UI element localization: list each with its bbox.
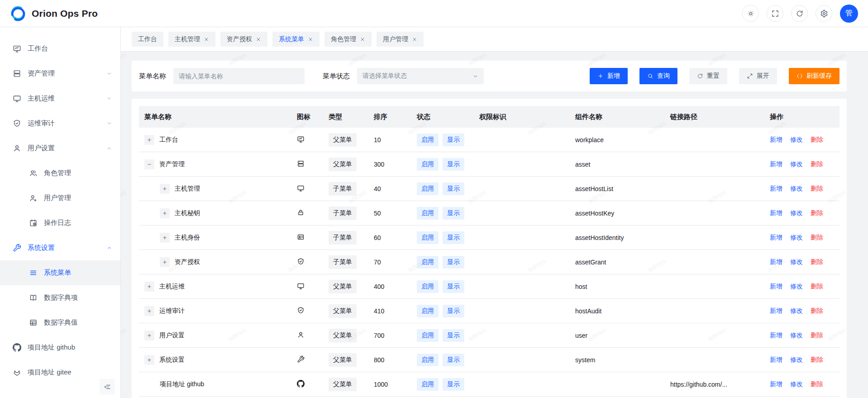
- row-expand-button[interactable]: [144, 355, 154, 365]
- sidebar-item[interactable]: 操作日志: [0, 211, 120, 235]
- row-delete-link[interactable]: 删除: [811, 283, 823, 291]
- sidebar-item[interactable]: 用户设置: [0, 136, 120, 161]
- menu-sort-cell: 410: [368, 307, 411, 315]
- status-badge: 启用: [417, 207, 439, 220]
- tab[interactable]: 角色管理: [324, 32, 372, 47]
- component-cell: assetHostKey: [570, 210, 665, 217]
- reset-button[interactable]: 重置: [689, 68, 727, 84]
- sidebar-collapse-button[interactable]: [100, 379, 115, 394]
- sidebar-item[interactable]: 数据字典值: [0, 310, 120, 335]
- tab[interactable]: 工作台: [132, 32, 163, 47]
- close-icon[interactable]: [412, 37, 417, 42]
- menu-sort-cell: 1000: [368, 381, 411, 388]
- row-add-link[interactable]: 新增: [770, 234, 782, 242]
- row-edit-link[interactable]: 修改: [790, 136, 803, 144]
- row-edit-link[interactable]: 修改: [790, 209, 803, 217]
- menu-name-input[interactable]: [173, 68, 305, 84]
- status-badge: 启用: [417, 329, 439, 342]
- menu-sort-cell: 60: [368, 234, 411, 241]
- menu-name: 资产管理: [159, 160, 185, 168]
- close-icon[interactable]: [204, 37, 209, 42]
- row-expand-button[interactable]: [144, 159, 154, 169]
- row-delete-link[interactable]: 删除: [811, 356, 823, 364]
- tab[interactable]: 资产授权: [220, 32, 267, 47]
- row-add-link[interactable]: 新增: [770, 380, 782, 388]
- row-add-link[interactable]: 新增: [770, 136, 782, 144]
- github-icon: [13, 343, 21, 352]
- row-delete-link[interactable]: 删除: [811, 380, 823, 388]
- row-delete-link[interactable]: 删除: [811, 258, 823, 266]
- row-add-link[interactable]: 新增: [770, 209, 782, 217]
- row-expand-button[interactable]: [160, 233, 170, 243]
- table-header: 菜单名称图标类型排序状态权限标识组件名称链接路径操作: [139, 106, 839, 128]
- row-add-link[interactable]: 新增: [770, 307, 782, 315]
- sidebar-item[interactable]: 角色管理: [0, 161, 120, 186]
- reload-button[interactable]: [791, 5, 808, 22]
- row-expand-button[interactable]: [160, 184, 170, 194]
- row-edit-link[interactable]: 修改: [790, 307, 803, 315]
- row-delete-link[interactable]: 删除: [811, 136, 823, 144]
- row-add-link[interactable]: 新增: [770, 160, 782, 168]
- theme-button[interactable]: [742, 5, 759, 22]
- row-delete-link[interactable]: 删除: [811, 185, 823, 193]
- row-delete-link[interactable]: 删除: [811, 209, 823, 217]
- sidebar-item[interactable]: 运维审计: [0, 111, 120, 136]
- close-icon[interactable]: [308, 37, 313, 42]
- row-add-link[interactable]: 新增: [770, 331, 782, 340]
- row-edit-link[interactable]: 修改: [790, 331, 803, 340]
- sidebar-item[interactable]: 数据字典项: [0, 285, 120, 310]
- row-add-link[interactable]: 新增: [770, 185, 782, 193]
- sidebar-item[interactable]: 主机运维: [0, 86, 120, 111]
- button-label: 新增: [607, 72, 620, 80]
- row-edit-link[interactable]: 修改: [790, 234, 803, 242]
- row-edit-link[interactable]: 修改: [790, 160, 803, 168]
- refresh-cache-button[interactable]: 刷新缓存: [789, 68, 839, 84]
- sidebar-item[interactable]: 项目地址 github: [0, 335, 120, 360]
- fullscreen-button[interactable]: [767, 5, 783, 22]
- tab-active[interactable]: 系统菜单: [272, 32, 320, 47]
- visible-badge: 显示: [443, 134, 464, 146]
- sidebar-item[interactable]: 工作台: [0, 36, 120, 61]
- row-expand-button[interactable]: [144, 282, 154, 292]
- row-add-link[interactable]: 新增: [770, 283, 782, 291]
- add-button[interactable]: 新增: [590, 68, 628, 84]
- row-edit-link[interactable]: 修改: [790, 185, 803, 193]
- row-expand-button[interactable]: [160, 257, 170, 267]
- sidebar-item[interactable]: 系统设置: [0, 235, 120, 260]
- row-edit-link[interactable]: 修改: [790, 380, 803, 388]
- row-expand-button[interactable]: [144, 331, 154, 340]
- row-edit-link[interactable]: 修改: [790, 258, 803, 266]
- close-icon[interactable]: [360, 37, 365, 42]
- host-ops-icon: [297, 184, 305, 192]
- row-expand-button[interactable]: [144, 306, 154, 316]
- menu-sort-cell: 800: [368, 356, 411, 364]
- row-expand-button[interactable]: [144, 135, 154, 145]
- menu-status-select[interactable]: 请选择菜单状态: [357, 68, 484, 84]
- query-button[interactable]: 查询: [639, 68, 677, 84]
- row-actions-cell: 新增修改删除: [764, 185, 839, 193]
- row-edit-link[interactable]: 修改: [790, 356, 803, 364]
- type-tag: 子菜单: [329, 206, 357, 220]
- tab[interactable]: 用户管理: [377, 32, 424, 47]
- row-add-link[interactable]: 新增: [770, 356, 782, 364]
- row-add-link[interactable]: 新增: [770, 258, 782, 266]
- close-icon[interactable]: [256, 37, 261, 42]
- tab[interactable]: 主机管理: [168, 32, 215, 47]
- settings-button[interactable]: [816, 5, 832, 22]
- roles-icon: [29, 169, 38, 177]
- menu-name: 系统设置: [159, 356, 185, 364]
- menu-icon-cell: [291, 160, 323, 169]
- sidebar-item[interactable]: 系统菜单: [0, 260, 120, 285]
- row-expand-button[interactable]: [160, 208, 170, 218]
- user-avatar[interactable]: 管: [840, 5, 858, 23]
- sidebar-item[interactable]: 资产管理: [0, 61, 120, 86]
- sidebar-item-label: 系统菜单: [44, 269, 71, 277]
- row-edit-link[interactable]: 修改: [790, 283, 803, 291]
- tab-label: 资产授权: [227, 35, 252, 43]
- row-delete-link[interactable]: 删除: [811, 307, 823, 315]
- row-delete-link[interactable]: 删除: [811, 234, 823, 242]
- row-delete-link[interactable]: 删除: [811, 160, 823, 168]
- sidebar-item[interactable]: 用户管理: [0, 186, 120, 211]
- row-delete-link[interactable]: 删除: [811, 331, 823, 340]
- expand-all-button[interactable]: 展开: [739, 68, 777, 84]
